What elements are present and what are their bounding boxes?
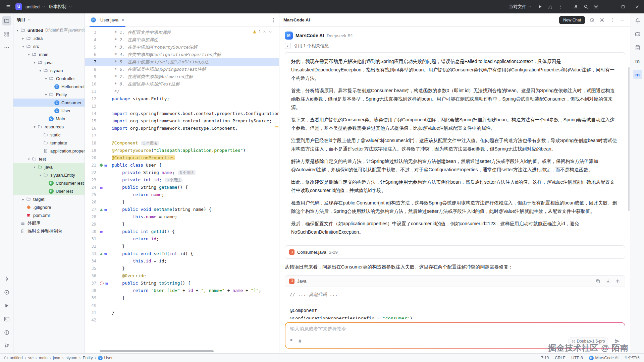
- code-line[interactable]: 7 * 5. 在类中设置get/set;重写toString方法: [85, 58, 279, 66]
- code-line[interactable]: 26 }: [85, 198, 279, 206]
- tree-item-.gitignore[interactable]: .gitignore: [13, 203, 85, 211]
- chevron-down-icon[interactable]: ▾: [32, 61, 37, 64]
- code-line[interactable]: 34 this.id = id;: [85, 257, 279, 265]
- warning-stripe-mark[interactable]: [275, 126, 278, 127]
- tree-item-外部库[interactable]: 外部库: [13, 219, 85, 227]
- breadcrumb-item[interactable]: java: [53, 356, 60, 360]
- more-tool-windows-icon[interactable]: [2, 43, 11, 52]
- marscode-lens-icon[interactable]: m: [104, 207, 107, 212]
- context-icon[interactable]: #: [299, 338, 301, 344]
- tree-item-.idea[interactable]: ▸.idea: [13, 34, 85, 42]
- code-line[interactable]: 31 return id;: [85, 235, 279, 243]
- tree-item-Main[interactable]: CMain: [13, 115, 85, 123]
- status-item-MarsCode AI[interactable]: MMarsCode AI: [589, 356, 619, 360]
- tree-item-resources[interactable]: ▾resources: [13, 123, 85, 131]
- file-reference[interactable]: J Consumer.java 2-29: [285, 245, 625, 259]
- tree-item-java[interactable]: ▾java: [13, 58, 85, 66]
- code-line[interactable]: 37↑m public String toString() {: [85, 280, 279, 287]
- code-line[interactable]: 3 * 1. 在配置文件中添加属性: [85, 29, 279, 36]
- breadcrumb-item[interactable]: CUser: [98, 356, 112, 360]
- structure-icon[interactable]: [2, 29, 11, 39]
- code-line[interactable]: 23 private int id;3 个用法: [85, 176, 279, 184]
- breadcrumb-item[interactable]: siyuan: [66, 356, 77, 360]
- problems-icon[interactable]: [2, 328, 11, 337]
- code-line[interactable]: 14import org.springframework.boot.contex…: [85, 110, 279, 117]
- tree-item-Hellocontroller[interactable]: CHellocontroller: [13, 82, 85, 90]
- horizontal-scrollbar[interactable]: [100, 350, 214, 352]
- status-item-CRLF[interactable]: CRLF: [555, 356, 565, 360]
- copy-icon[interactable]: [595, 279, 601, 284]
- chevron-right-icon[interactable]: ▸: [20, 37, 26, 40]
- code-line[interactable]: 24m public String getName() {: [85, 184, 279, 191]
- code-line[interactable]: 19@PropertySource("classpath:application…: [85, 147, 279, 154]
- code-line[interactable]: 12package siyuan.Entity;: [85, 95, 279, 103]
- tab-options-icon[interactable]: [270, 17, 276, 23]
- tree-item-siyuan[interactable]: ▾siyuan: [13, 66, 85, 74]
- database-icon[interactable]: [633, 43, 642, 52]
- marscode-lens-icon[interactable]: m: [104, 163, 107, 167]
- run-icon[interactable]: [535, 2, 545, 12]
- override-arrow-icon[interactable]: [100, 208, 103, 211]
- code-line[interactable]: 15import org.springframework.context.ann…: [85, 117, 279, 125]
- marscode-lens-icon[interactable]: m: [100, 230, 103, 234]
- more-actions-icon[interactable]: [555, 2, 565, 12]
- notifications-icon[interactable]: [633, 16, 642, 25]
- tree-item-Consumer[interactable]: CConsumer: [13, 99, 85, 107]
- run-configuration[interactable]: 当前文件: [506, 4, 534, 10]
- main-menu-icon[interactable]: [3, 2, 13, 12]
- code-line[interactable]: 39 }: [85, 294, 279, 302]
- code-line[interactable]: 22 private String name;3 个用法: [85, 169, 279, 176]
- tree-item-Entity[interactable]: ▾Entity: [13, 90, 85, 99]
- code-line[interactable]: 35 }: [85, 265, 279, 272]
- code-line[interactable]: 29 }: [85, 221, 279, 228]
- breadcrumb-item[interactable]: untitled: [4, 356, 23, 360]
- chevron-down-icon[interactable]: ▾: [38, 69, 43, 72]
- code-line[interactable]: 18@Component1 个用法: [85, 139, 279, 147]
- project-icon[interactable]: [2, 16, 11, 25]
- references-toggle[interactable]: ▸ 引用 1 个相关信息: [285, 43, 625, 49]
- tree-item-pom.xml[interactable]: mpom.xml: [13, 211, 85, 219]
- breadcrumb-item[interactable]: src: [28, 356, 34, 360]
- code-line[interactable]: 25 return name;: [85, 191, 279, 198]
- hide-panel-icon[interactable]: [618, 16, 627, 24]
- chevron-down-icon[interactable]: ▾: [15, 28, 20, 32]
- overrides-icon[interactable]: ↑: [100, 282, 104, 285]
- settings-icon[interactable]: [591, 2, 601, 12]
- run-icon[interactable]: [2, 301, 11, 310]
- tree-item-java[interactable]: ▾java: [13, 163, 85, 171]
- code-line[interactable]: 36 @Override: [85, 272, 279, 280]
- search-everywhere-icon[interactable]: [581, 2, 591, 12]
- tree-item-test[interactable]: ▾test: [13, 155, 85, 163]
- code-line[interactable]: 4 * 2. 在类中添加属性: [85, 36, 279, 44]
- change-marker-icon[interactable]: [99, 163, 103, 167]
- marscode-lens-icon[interactable]: m: [105, 281, 108, 285]
- code-line[interactable]: 13: [85, 103, 279, 110]
- diff-icon[interactable]: [615, 279, 621, 284]
- code-line[interactable]: 21mpublic class User {: [85, 162, 279, 169]
- code-line[interactable]: 30m public int getId() {: [85, 228, 279, 235]
- status-item-7:19[interactable]: 7:19: [541, 356, 549, 360]
- code-line[interactable]: 11 */: [85, 88, 279, 95]
- chevron-down-icon[interactable]: ▾: [20, 45, 26, 48]
- code-line[interactable]: 16import org.springframework.stereotype.…: [85, 125, 279, 132]
- tab-user-java[interactable]: C User.java ×: [88, 13, 127, 27]
- code-line[interactable]: 6 * 4. 在类中添加@ConfigurationProperties注解: [85, 51, 279, 58]
- code-line[interactable]: 9 * 7. 在测试类中添加@Autowired注解: [85, 73, 279, 80]
- marscode-icon[interactable]: m: [633, 70, 642, 79]
- version-control-icon[interactable]: [2, 341, 11, 351]
- status-item-4 个空格[interactable]: 4 个空格: [625, 355, 640, 361]
- tree-item-static[interactable]: static: [13, 131, 85, 139]
- next-problem-icon[interactable]: [268, 30, 272, 34]
- inspections-widget[interactable]: 1: [251, 29, 274, 35]
- code-line[interactable]: 27m public void setName(String name) {: [85, 206, 279, 213]
- chevron-down-icon[interactable]: ▾: [32, 165, 37, 169]
- chevron-down-icon[interactable]: ▾: [43, 77, 49, 80]
- tree-item-template[interactable]: template: [13, 139, 85, 147]
- chevron-down-icon[interactable]: ▾: [26, 157, 32, 161]
- marscode-secondary-icon[interactable]: m: [633, 56, 642, 66]
- tree-item-UserTest[interactable]: CUserTest: [13, 187, 85, 195]
- commands-icon[interactable]: *: [290, 339, 292, 343]
- breadcrumb-item[interactable]: main: [39, 356, 48, 360]
- ai-assistant-icon[interactable]: [633, 29, 642, 39]
- tree-item-application.properties[interactable]: application.properties: [13, 147, 85, 155]
